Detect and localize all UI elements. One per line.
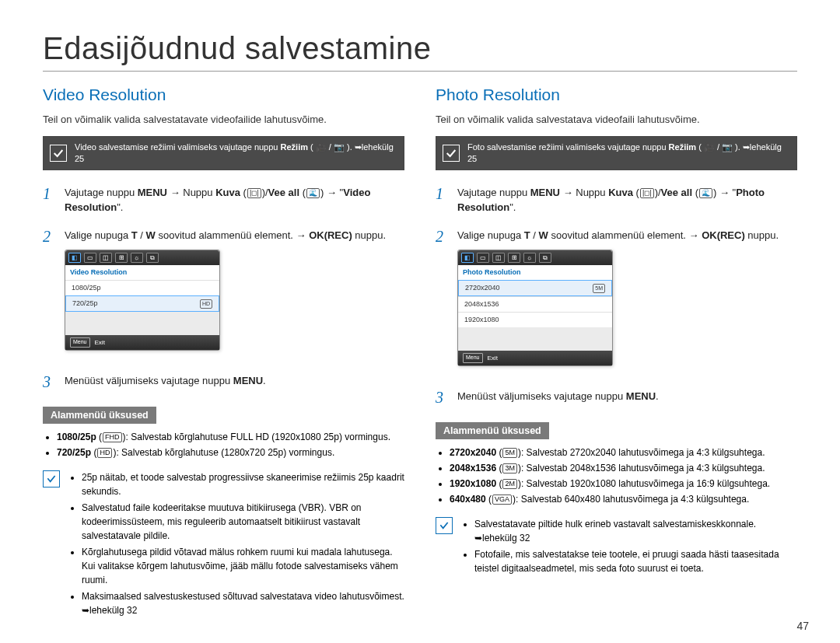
note-prefix: Video salvestamise režiimi valimiseks va… (75, 142, 281, 152)
exit-label: Exit (488, 354, 498, 363)
device-option-selected: 720/25pHD (65, 295, 219, 312)
device-menu-title: Photo Resolution (458, 265, 612, 280)
tip-item: Fotofaile, mis salvestatakse teie tootel… (474, 547, 797, 575)
photo-resolution-section: Photo Resolution Teil on võimalik valida… (436, 86, 797, 620)
device-option: 1920x1080 (458, 312, 612, 327)
tab-icon: ◫ (100, 253, 112, 263)
tip-item: Kõrglahutusega pildid võtavad mälus rohk… (82, 545, 404, 587)
tip-item: Salvestatud faile kodeeritakse muutuva b… (82, 501, 404, 543)
tab-icon: ⊞ (115, 253, 128, 263)
tip-item: 25p näitab, et toode salvestab progressi… (82, 470, 404, 498)
tip-item: Maksimaalsed salvestuskestused sõltuvad … (82, 589, 404, 617)
page-title: Edasijõudnud salvestamine (43, 31, 797, 72)
check-icon (443, 145, 460, 162)
tab-icon: ▭ (477, 253, 489, 263)
note-prefix: Foto salvestamise režiimi valimiseks vaj… (467, 142, 669, 152)
submenu-list: 2720x2040 (5M): Salvestab 2720x2040 lahu… (436, 446, 797, 506)
check-icon (50, 145, 67, 162)
mode-note: Foto salvestamise režiimi valimiseks vaj… (436, 136, 797, 170)
tab-icon: ☼ (523, 253, 536, 263)
submenu-list: 1080/25p (FHD): Salvestab kõrglahutuse F… (43, 430, 404, 460)
note-bold: Režiim (281, 142, 308, 152)
info-icon (436, 517, 453, 534)
submenu-header: Alammenüü üksused (43, 407, 156, 424)
device-option-selected: 2720x20405M (458, 280, 612, 296)
device-option: 1080/25p (65, 280, 219, 295)
tab-icon: ☼ (131, 253, 143, 263)
intro-text: Teil on võimalik valida salvestatava vid… (436, 114, 797, 125)
submenu-header: Alammenüü üksused (436, 422, 549, 439)
page-number: 47 (796, 620, 809, 632)
tab-icon: ◫ (492, 253, 505, 263)
note-bold: Režiim (669, 142, 696, 152)
exit-label: Exit (95, 338, 105, 348)
steps-list: Vajutage nuppu MENU → Nuppu Kuva (|◻|)/V… (43, 186, 404, 390)
tip-box: Salvestatavate piltide hulk erineb vasta… (436, 517, 797, 578)
device-menu-title: Video Resolution (65, 265, 219, 280)
tip-box: 25p näitab, et toode salvestab progressi… (43, 470, 404, 620)
mode-note: Video salvestamise režiimi valimiseks va… (43, 136, 404, 170)
info-icon (43, 470, 60, 487)
tip-item: Salvestatavate piltide hulk erineb vasta… (474, 517, 797, 545)
video-resolution-section: Video Resolution Teil on võimalik valida… (43, 86, 404, 620)
tab-icon: ⧉ (146, 253, 159, 263)
section-heading: Video Resolution (43, 86, 404, 104)
device-screenshot: ◧ ▭ ◫ ⊞ ☼ ⧉ Photo Resolution 2720x20405M… (457, 250, 613, 365)
steps-list: Vajutage nuppu MENU → Nuppu Kuva (|◻|)/V… (436, 186, 797, 405)
tab-icon: ⊞ (508, 253, 520, 263)
tab-icon: ◧ (68, 253, 81, 263)
device-screenshot: ◧ ▭ ◫ ⊞ ☼ ⧉ Video Resolution 1080/25p 72… (65, 250, 220, 350)
device-option: 2048x1536 (458, 296, 612, 312)
tab-icon: ◧ (461, 253, 474, 263)
tab-icon: ▭ (84, 253, 96, 263)
intro-text: Teil on võimalik valida salvestatavate v… (43, 114, 404, 125)
tab-icon: ⧉ (539, 253, 551, 263)
section-heading: Photo Resolution (436, 86, 797, 104)
